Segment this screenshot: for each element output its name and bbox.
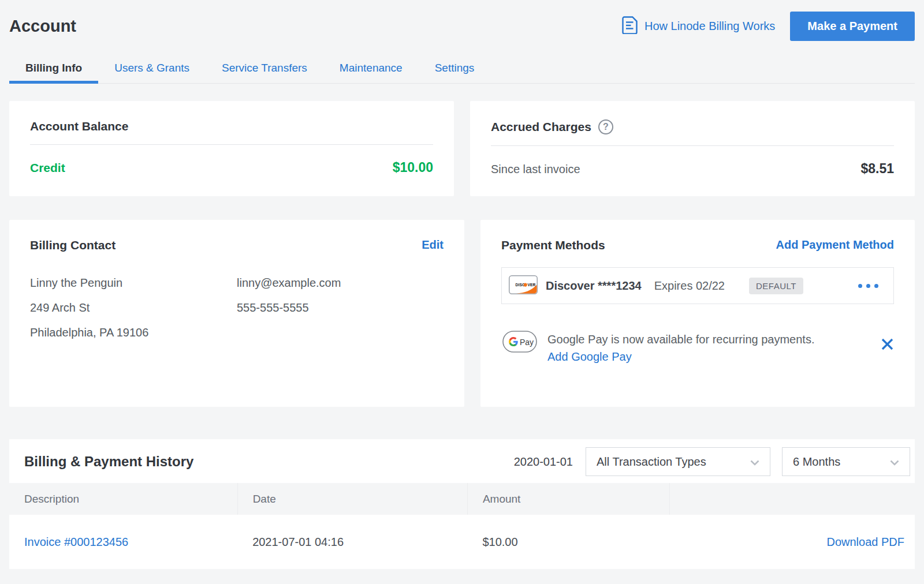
google-pay-icon: Pay <box>502 331 537 355</box>
google-pay-message: Google Pay is now available for recurrin… <box>547 331 814 348</box>
accrued-charges-title: Accrued Charges <box>491 120 591 134</box>
payment-methods-card: Payment Methods Add Payment Method DISC … <box>480 220 915 407</box>
balance-status-label: Credit <box>30 161 65 175</box>
accrued-charges-amount: $8.51 <box>860 161 894 177</box>
how-billing-works-label: How Linode Billing Works <box>644 20 775 33</box>
column-description: Description <box>9 483 237 515</box>
account-tabs: Billing Info Users & Grants Service Tran… <box>9 58 915 84</box>
close-icon[interactable] <box>881 338 894 353</box>
billing-history-section: Billing & Payment History 2020-01-01 All… <box>9 439 915 569</box>
card-expiry: Expires 02/22 <box>654 279 725 293</box>
discover-card-icon: DISC VER <box>509 275 538 297</box>
billing-history-table: Description Date Amount Invoice #0001234… <box>9 483 915 569</box>
google-pay-banner: Pay Google Pay is now available for recu… <box>501 331 894 365</box>
tab-service-transfers[interactable]: Service Transfers <box>206 58 323 83</box>
billing-contact-card: Billing Contact Edit Linny the Penguin 2… <box>9 220 464 407</box>
column-amount: Amount <box>467 483 669 515</box>
card-actions-menu-icon[interactable] <box>858 284 878 288</box>
table-header-row: Description Date Amount <box>9 483 915 515</box>
billing-history-title: Billing & Payment History <box>24 454 193 470</box>
account-balance-title: Account Balance <box>30 119 128 133</box>
time-range-select[interactable]: 6 Months <box>782 447 910 476</box>
contact-email: linny@example.com <box>237 276 444 290</box>
invoice-date: 2021-07-01 04:16 <box>237 515 467 569</box>
tab-settings[interactable]: Settings <box>419 58 491 83</box>
divider <box>30 144 433 145</box>
tab-users-grants[interactable]: Users & Grants <box>98 58 206 83</box>
contact-name: Linny the Penguin <box>30 276 237 290</box>
column-date: Date <box>237 483 467 515</box>
chevron-down-icon <box>890 455 899 469</box>
download-pdf-link[interactable]: Download PDF <box>826 536 904 548</box>
balance-amount: $10.00 <box>393 160 433 175</box>
tab-maintenance[interactable]: Maintenance <box>323 58 419 83</box>
contact-address-line2: Philadelphia, PA 19106 <box>30 326 237 339</box>
default-badge: DEFAULT <box>749 278 803 294</box>
invoice-link[interactable]: Invoice #000123456 <box>24 536 128 548</box>
tab-billing-info[interactable]: Billing Info <box>9 58 98 83</box>
accrued-charges-card: Accrued Charges ? Since last invoice $8.… <box>470 101 915 196</box>
time-range-value: 6 Months <box>793 455 840 469</box>
table-row: Invoice #000123456 2021-07-01 04:16 $10.… <box>9 515 915 569</box>
payment-methods-title: Payment Methods <box>501 238 605 252</box>
payment-method-row: DISC VER Discover ****1234 Expires 02/22… <box>501 267 894 304</box>
accrued-charges-label: Since last invoice <box>491 163 580 176</box>
invoice-amount: $10.00 <box>467 515 669 569</box>
billing-contact-title: Billing Contact <box>30 238 116 252</box>
transaction-type-value: All Transaction Types <box>597 455 706 469</box>
chevron-down-icon <box>750 455 759 469</box>
help-icon[interactable]: ? <box>598 119 613 134</box>
divider <box>491 145 894 146</box>
make-a-payment-button[interactable]: Make a Payment <box>790 12 915 41</box>
svg-text:VER: VER <box>527 283 535 287</box>
edit-billing-contact-link[interactable]: Edit <box>422 238 444 252</box>
contact-phone: 555-555-5555 <box>237 301 444 315</box>
svg-text:Pay: Pay <box>520 338 534 347</box>
contact-address-line1: 249 Arch St <box>30 301 237 315</box>
transaction-type-select[interactable]: All Transaction Types <box>586 447 770 476</box>
add-google-pay-link[interactable]: Add Google Pay <box>547 348 814 365</box>
card-label: Discover ****1234 <box>546 279 642 293</box>
page-title: Account <box>9 17 76 36</box>
how-billing-works-link[interactable]: How Linode Billing Works <box>622 16 775 37</box>
history-start-date: 2020-01-01 <box>514 455 573 469</box>
billing-document-icon <box>622 16 638 37</box>
add-payment-method-link[interactable]: Add Payment Method <box>776 238 894 252</box>
account-balance-card: Account Balance Credit $10.00 <box>9 101 454 196</box>
top-bar: Account How Linode Billing Works Make a … <box>0 0 924 41</box>
column-actions <box>669 483 915 515</box>
